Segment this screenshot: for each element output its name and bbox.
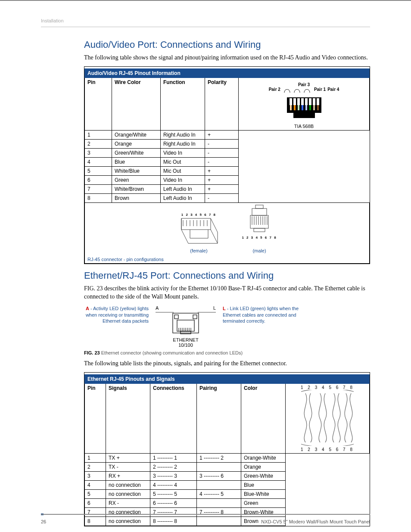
- header-section-label: Installation: [41, 18, 370, 23]
- table-cell: 1: [85, 453, 106, 462]
- table-row: 3Green/WhiteVideo In-: [85, 148, 370, 157]
- rj45-male-icon: [244, 204, 274, 234]
- tia568b-label: TIA 568B: [241, 124, 367, 129]
- table-cell: TX -: [106, 462, 150, 471]
- table-cell: 6: [85, 498, 106, 507]
- svg-text:7: 7: [313, 102, 315, 105]
- svg-text:1: 1: [290, 102, 292, 105]
- table-cell: 5: [85, 489, 106, 498]
- table-cell: no connection: [106, 480, 150, 489]
- table-row: 7no connection7 --------- 77 --------- 8…: [85, 507, 370, 516]
- table-cell: [197, 480, 241, 489]
- eth-th-pair: Pairing: [197, 383, 241, 453]
- page-footer: 26 NXD-CV5 5" Modero Wall/Flush Mount To…: [41, 519, 370, 524]
- table-row: 5no connection5 --------- 54 --------- 5…: [85, 489, 370, 498]
- twisted-pair-icon: [299, 390, 355, 446]
- table-cell: -: [205, 139, 239, 148]
- table-cell: -: [205, 157, 239, 166]
- pair1-label: Pair 1: [314, 87, 326, 93]
- table-cell: 3: [85, 471, 106, 480]
- fig23-eth-label2: 10/100: [156, 342, 216, 348]
- table-cell: 2: [85, 139, 112, 148]
- svg-rect-13: [302, 105, 303, 110]
- table-cell: Brown-White: [241, 507, 286, 516]
- ethernet-connector-icon: [156, 311, 216, 336]
- table-cell: Green: [112, 175, 161, 184]
- rj45-female-icon: [177, 217, 220, 247]
- table-cell: Blue: [241, 480, 286, 489]
- av-th-wire: Wire Color: [112, 78, 161, 130]
- svg-rect-12: [298, 105, 299, 110]
- page-number: 26: [41, 519, 46, 524]
- table-cell: 5: [85, 166, 112, 175]
- table-cell: 7: [85, 507, 106, 516]
- rj45-jack-icon: 12345678: [278, 94, 330, 120]
- table-cell: 2 --------- 2: [150, 462, 197, 471]
- table-cell: no connection: [106, 489, 150, 498]
- header-rule: [41, 27, 370, 27]
- eth-th-pin: Pin: [85, 383, 106, 453]
- table-cell: 1 --------- 2: [197, 453, 241, 462]
- table-cell: Green/White: [112, 148, 161, 157]
- svg-rect-16: [313, 105, 315, 110]
- table-row: 2OrangeRight Audio In-: [85, 139, 370, 148]
- table-cell: RX -: [106, 498, 150, 507]
- svg-rect-35: [254, 228, 265, 232]
- pair3-label: Pair 3: [241, 82, 367, 87]
- fig23-center-a: A: [156, 305, 159, 311]
- eth-th-conn: Connections: [150, 383, 197, 453]
- fig23-a-bold: A: [86, 306, 89, 311]
- pair-loops-top: [282, 87, 312, 93]
- table-cell: [197, 462, 241, 471]
- av-th-polarity: Polarity: [205, 78, 239, 130]
- svg-text:6: 6: [309, 102, 311, 105]
- svg-text:2: 2: [294, 102, 296, 105]
- table-cell: 4 --------- 4: [150, 480, 197, 489]
- section2-title: Ethernet/RJ-45 Port: Connections and Wir…: [84, 270, 370, 281]
- male-pins: 1 2 3 4 5 6 7 8: [242, 236, 277, 240]
- eth-table-title: Ethernet RJ-45 Pinouts and Signals: [85, 374, 370, 383]
- svg-text:3: 3: [298, 102, 299, 105]
- table-row: 4no connection4 --------- 4Blue: [85, 480, 370, 489]
- female-pins: 1 2 3 4 5 6 7 8: [177, 213, 220, 217]
- av-table-title: Audio/Video RJ-45 Pinout Information: [85, 68, 370, 78]
- eth-th-signals: Signals: [106, 383, 150, 453]
- table-row: 1Orange/WhiteRight Audio In+: [85, 130, 370, 139]
- pair2-label: Pair 2: [269, 87, 280, 93]
- table-cell: Left Audio In: [161, 193, 205, 202]
- av-pinout-table: Audio/Video RJ-45 Pinout Information Pin…: [84, 68, 370, 264]
- svg-rect-50: [193, 315, 197, 319]
- table-cell: Orange-White: [241, 453, 286, 462]
- av-th-function: Function: [161, 78, 205, 130]
- table-cell: +: [205, 130, 239, 139]
- table-cell: 4: [85, 480, 106, 489]
- table-row: 7White/BrownLeft Audio In+: [85, 184, 370, 193]
- svg-rect-36: [252, 208, 267, 215]
- table-cell: +: [205, 166, 239, 175]
- table-cell: Mic Out: [161, 157, 205, 166]
- svg-rect-49: [174, 315, 178, 319]
- table-cell: 1 --------- 1: [150, 453, 197, 462]
- table-cell: 6: [85, 175, 112, 184]
- svg-text:5: 5: [305, 102, 307, 105]
- svg-text:4: 4: [302, 102, 303, 105]
- pair4-label: Pair 4: [327, 87, 339, 93]
- av-pinout-table-wrap: Audio/Video RJ-45 Pinout Information Pin…: [84, 66, 370, 264]
- table-row: 5White/BlueMic Out+: [85, 166, 370, 175]
- table-cell: [197, 498, 241, 507]
- table-cell: 7: [85, 184, 112, 193]
- svg-rect-52: [181, 331, 191, 334]
- table-cell: White/Blue: [112, 166, 161, 175]
- table-cell: no connection: [106, 507, 150, 516]
- table-cell: 3 --------- 3: [150, 471, 197, 480]
- table-cell: 1: [85, 130, 112, 139]
- table-row: 6GreenVideo In+: [85, 175, 370, 184]
- eth-pinout-table-wrap: Ethernet RJ-45 Pinouts and Signals Pin S…: [84, 372, 370, 526]
- table-cell: Left Audio In: [161, 184, 205, 193]
- table-row: 6RX -6 --------- 6Green: [85, 498, 370, 507]
- table-row: 2TX -2 --------- 2Orange: [85, 462, 370, 471]
- eth-diagram-pins-top: 1 2 3 4 5 6 7 8: [288, 385, 367, 390]
- fig23-center-l: L: [213, 305, 216, 311]
- svg-rect-14: [305, 105, 307, 110]
- fig23-wrap: A - Activity LED (yellow) lights when re…: [84, 305, 370, 348]
